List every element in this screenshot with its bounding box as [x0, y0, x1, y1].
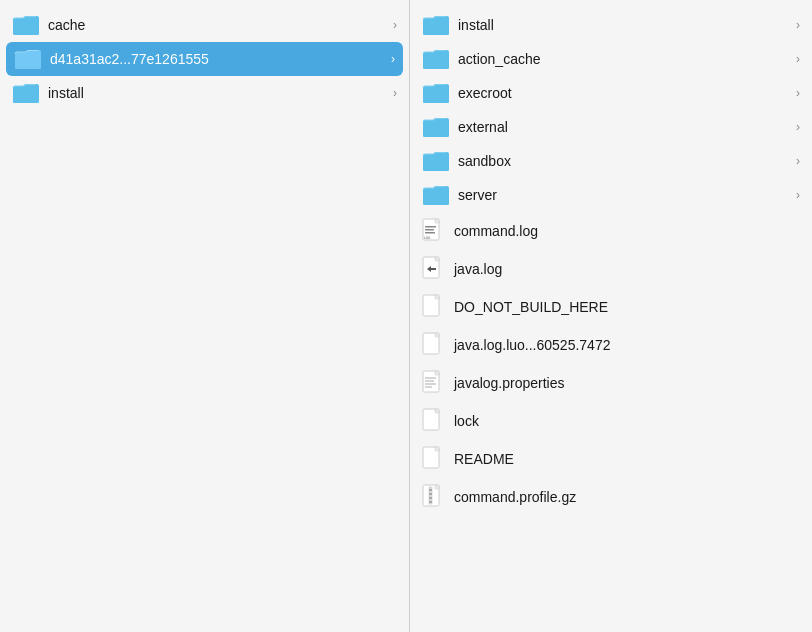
chevron-icon: › [796, 120, 800, 134]
right-item-action_cache[interactable]: action_cache › [410, 42, 812, 76]
svg-rect-7 [423, 157, 449, 171]
svg-text:LOG: LOG [424, 236, 430, 240]
item-label: java.log.luo...60525.7472 [454, 337, 800, 353]
item-label: install [48, 85, 389, 101]
chevron-icon: › [796, 154, 800, 168]
svg-rect-12 [425, 229, 434, 231]
svg-rect-4 [423, 55, 449, 69]
chevron-icon: › [393, 86, 397, 100]
folder-icon [12, 14, 40, 36]
chevron-icon: › [796, 18, 800, 32]
svg-rect-1 [15, 55, 41, 69]
folder-icon [422, 116, 450, 138]
right-item-command-log[interactable]: LOG command.log [410, 212, 812, 250]
svg-rect-30 [435, 447, 439, 451]
file-log-icon: LOG [422, 218, 444, 244]
svg-rect-32 [435, 485, 439, 489]
item-label: README [454, 451, 800, 467]
item-label: server [458, 187, 792, 203]
svg-rect-22 [435, 371, 439, 375]
right-pane: install › action_cache › execroot › exte… [410, 0, 812, 632]
item-label: DO_NOT_BUILD_HERE [454, 299, 800, 315]
svg-rect-6 [423, 123, 449, 137]
svg-rect-20 [435, 333, 439, 337]
folder-icon [422, 82, 450, 104]
right-item-javalog-props[interactable]: javalog.properties [410, 364, 812, 402]
right-item-install-right[interactable]: install › [410, 8, 812, 42]
folder-icon [422, 48, 450, 70]
left-item-install-left[interactable]: install › [0, 76, 409, 110]
svg-rect-18 [435, 295, 439, 299]
item-label: install [458, 17, 792, 33]
left-item-cache[interactable]: cache › [0, 8, 409, 42]
folder-icon [14, 48, 42, 70]
svg-rect-28 [435, 409, 439, 413]
svg-rect-35 [429, 493, 432, 495]
svg-rect-10 [435, 219, 439, 223]
left-item-d41a31ac[interactable]: d41a31ac2...77e1261555 › [6, 42, 403, 76]
svg-rect-13 [425, 232, 435, 234]
chevron-icon: › [796, 52, 800, 66]
right-item-command-profile-gz[interactable]: command.profile.gz [410, 478, 812, 516]
right-item-do-not-build[interactable]: DO_NOT_BUILD_HERE [410, 288, 812, 326]
item-label: action_cache [458, 51, 792, 67]
item-label: command.profile.gz [454, 489, 800, 505]
right-item-execroot[interactable]: execroot › [410, 76, 812, 110]
svg-rect-11 [425, 226, 436, 228]
item-label: external [458, 119, 792, 135]
svg-rect-36 [429, 497, 432, 499]
svg-rect-16 [435, 257, 439, 261]
right-item-java-log-luo[interactable]: java.log.luo...60525.7472 [410, 326, 812, 364]
file-lines-icon [422, 370, 444, 396]
left-pane: cache › d41a31ac2...77e1261555 › install… [0, 0, 410, 632]
folder-icon [12, 82, 40, 104]
right-item-server[interactable]: server › [410, 178, 812, 212]
right-item-sandbox[interactable]: sandbox › [410, 144, 812, 178]
folder-icon [422, 14, 450, 36]
svg-rect-3 [423, 21, 449, 35]
file-icon [422, 446, 444, 472]
item-label: sandbox [458, 153, 792, 169]
file-compressed-icon [422, 484, 444, 510]
file-icon [422, 294, 444, 320]
item-label: command.log [454, 223, 800, 239]
svg-rect-5 [423, 89, 449, 103]
file-icon [422, 408, 444, 434]
right-item-readme[interactable]: README [410, 440, 812, 478]
item-label: d41a31ac2...77e1261555 [50, 51, 387, 67]
chevron-icon: › [393, 18, 397, 32]
svg-rect-0 [13, 21, 39, 35]
item-label: javalog.properties [454, 375, 800, 391]
file-icon [422, 332, 444, 358]
chevron-icon: › [796, 86, 800, 100]
chevron-icon: › [796, 188, 800, 202]
right-item-external[interactable]: external › [410, 110, 812, 144]
svg-rect-8 [423, 191, 449, 205]
item-label: java.log [454, 261, 800, 277]
item-label: cache [48, 17, 389, 33]
svg-rect-2 [13, 89, 39, 103]
svg-rect-34 [429, 489, 432, 491]
chevron-icon: › [391, 52, 395, 66]
item-label: execroot [458, 85, 792, 101]
item-label: lock [454, 413, 800, 429]
folder-icon [422, 150, 450, 172]
svg-rect-37 [429, 501, 432, 503]
right-item-java-log[interactable]: java.log [410, 250, 812, 288]
folder-icon [422, 184, 450, 206]
file-arrow-icon [422, 256, 444, 282]
right-item-lock[interactable]: lock [410, 402, 812, 440]
